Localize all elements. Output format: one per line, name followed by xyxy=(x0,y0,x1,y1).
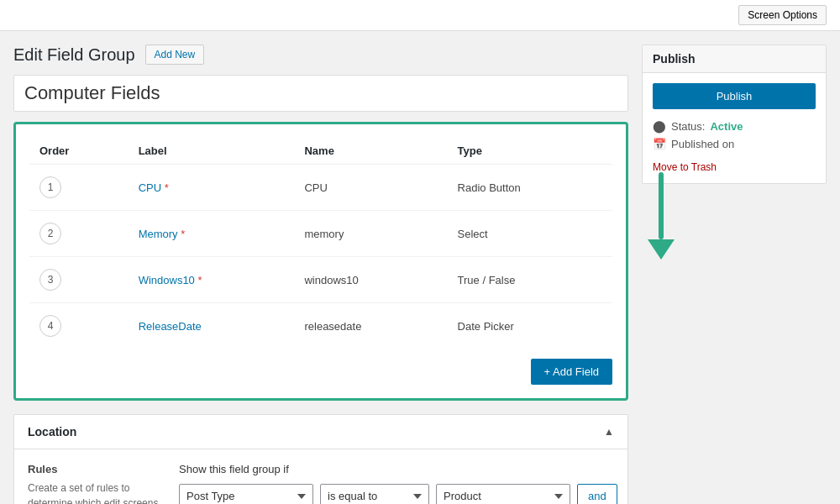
location-title: Location xyxy=(28,425,76,438)
field-label-cell: ReleaseDate xyxy=(129,303,295,349)
required-star: * xyxy=(161,181,169,194)
field-label-cell: CPU * xyxy=(129,165,295,211)
sidebar: Publish Publish ⬤ Status: Active 📅 Publi… xyxy=(642,45,827,184)
field-label-link[interactable]: ReleaseDate xyxy=(139,320,202,333)
field-type-cell: Radio Button xyxy=(448,165,612,211)
status-icon: ⬤ xyxy=(653,119,666,133)
rules-description: Create a set of rules to determine which… xyxy=(28,480,162,504)
field-type-cell: Select xyxy=(448,211,612,257)
field-label-cell: Memory * xyxy=(129,211,295,257)
col-name: Name xyxy=(294,138,447,165)
publish-section-title: Publish xyxy=(643,45,826,73)
and-button[interactable]: and xyxy=(577,484,617,504)
add-field-button[interactable]: + Add Field xyxy=(531,359,612,385)
field-type-cell: Date Picker xyxy=(448,303,612,349)
rule-select-post-type[interactable]: Post Type Page Template Post Category xyxy=(179,484,313,504)
move-to-trash-link[interactable]: Move to Trash xyxy=(653,161,717,173)
status-value: Active xyxy=(710,120,743,133)
field-order-cell: 3 xyxy=(29,257,129,303)
status-label: Status: xyxy=(671,120,705,133)
table-row: 4 ReleaseDate releasedate Date Picker xyxy=(29,303,612,349)
arrow-annotation xyxy=(648,172,675,260)
collapse-icon[interactable]: ▲ xyxy=(604,426,614,438)
col-label: Label xyxy=(129,138,295,165)
col-type: Type xyxy=(448,138,612,165)
order-circle: 1 xyxy=(39,176,61,198)
page-title: Edit Field Group xyxy=(13,45,135,65)
screen-options-button[interactable]: Screen Options xyxy=(738,5,827,25)
field-name-cell: memory xyxy=(294,211,447,257)
field-label-cell: Windows10 * xyxy=(129,257,295,303)
rules-title: Rules xyxy=(28,463,162,475)
calendar-icon: 📅 xyxy=(653,138,666,150)
field-order-cell: 1 xyxy=(29,165,129,211)
field-order-cell: 2 xyxy=(29,211,129,257)
fields-table: Order Label Name Type 1 CPU * CPU Ra xyxy=(29,138,612,349)
order-circle: 3 xyxy=(39,269,61,291)
col-order: Order xyxy=(29,138,129,165)
required-star: * xyxy=(195,274,202,286)
field-name-cell: windows10 xyxy=(294,257,447,303)
field-group-name-input[interactable] xyxy=(13,75,628,112)
field-type-cell: True / False xyxy=(448,257,612,303)
field-order-cell: 4 xyxy=(29,303,129,349)
field-label-link[interactable]: CPU * xyxy=(139,181,169,194)
add-new-button[interactable]: Add New xyxy=(145,45,205,65)
rule-select-product[interactable]: Product Post Page xyxy=(436,484,570,504)
order-circle: 2 xyxy=(39,223,61,244)
show-if-label: Show this field group if xyxy=(179,463,617,475)
publish-button[interactable]: Publish xyxy=(653,83,816,109)
rule-row: Post Type Page Template Post Category is… xyxy=(179,484,617,504)
fields-container: Order Label Name Type 1 CPU * CPU Ra xyxy=(13,122,628,401)
order-circle: 4 xyxy=(39,315,61,337)
field-name-cell: CPU xyxy=(294,165,447,211)
field-name-cell: releasedate xyxy=(294,303,447,349)
rule-select-operator[interactable]: is equal to is not equal to xyxy=(320,484,429,504)
field-label-link[interactable]: Memory * xyxy=(139,228,186,240)
rules-builder: Show this field group if Post Type Page … xyxy=(179,463,617,504)
required-star: * xyxy=(178,228,186,240)
location-section: Location ▲ Rules Create a set of rules t… xyxy=(13,414,628,504)
published-label: Published on xyxy=(671,138,734,150)
table-row: 1 CPU * CPU Radio Button xyxy=(29,165,612,211)
table-row: 2 Memory * memory Select xyxy=(29,211,612,257)
table-row: 3 Windows10 * windows10 True / False xyxy=(29,257,612,303)
field-label-link[interactable]: Windows10 * xyxy=(139,274,202,286)
location-header: Location ▲ xyxy=(14,415,627,449)
